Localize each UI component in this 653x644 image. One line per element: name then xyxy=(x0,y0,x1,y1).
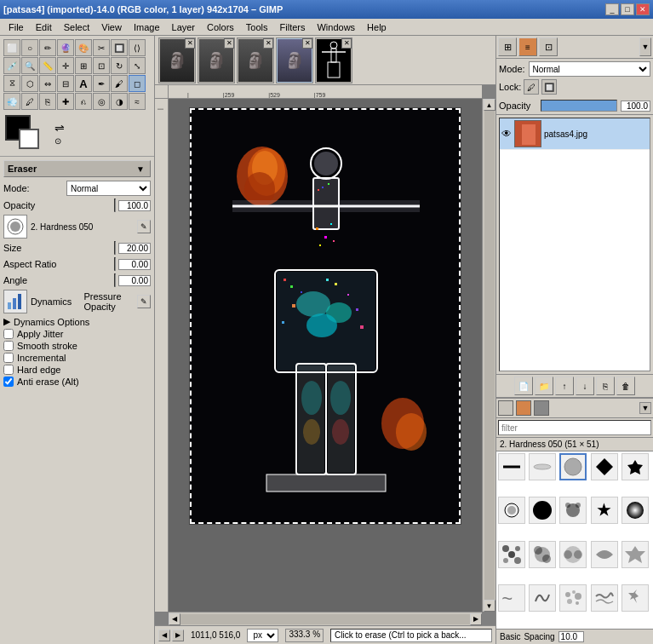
brush-cell-12[interactable] xyxy=(529,541,556,568)
scroll-down-button[interactable]: ▼ xyxy=(484,600,495,612)
layer-visibility-icon[interactable]: 👁 xyxy=(501,128,512,140)
smooth-stroke-checkbox[interactable] xyxy=(3,341,14,351)
move-layer-up-button[interactable]: ↑ xyxy=(555,377,574,395)
tool-move[interactable]: ✛ xyxy=(57,57,74,74)
apply-jitter-checkbox[interactable] xyxy=(3,329,14,339)
duplicate-layer-button[interactable]: ⎘ xyxy=(596,377,615,395)
tool-paths[interactable]: ⟨⟩ xyxy=(129,39,146,56)
opacity-slider[interactable] xyxy=(114,198,116,212)
anti-erase-checkbox[interactable] xyxy=(3,377,14,387)
tool-flip[interactable]: ⇔ xyxy=(39,75,56,92)
maximize-button[interactable]: □ xyxy=(621,3,634,15)
opacity-slider[interactable] xyxy=(541,100,617,112)
tool-pencil[interactable]: ✒ xyxy=(93,75,110,92)
tool-scale[interactable]: ⤡ xyxy=(129,57,146,74)
channels-icon[interactable]: ≡ xyxy=(518,37,537,56)
size-slider[interactable] xyxy=(114,241,116,255)
incremental-checkbox[interactable] xyxy=(3,353,14,363)
tool-crop[interactable]: ⊡ xyxy=(93,57,110,74)
thumb-item-4[interactable]: 🗿 ✕ xyxy=(276,37,313,83)
tool-ellipse-select[interactable]: ○ xyxy=(21,39,38,56)
delete-layer-button[interactable]: 🗑 xyxy=(616,377,635,395)
tool-shear[interactable]: ⧖ xyxy=(3,75,20,92)
menu-filters[interactable]: Filters xyxy=(275,21,311,33)
lock-position-icon[interactable]: 🔲 xyxy=(541,79,557,95)
tool-options-collapse[interactable]: ▼ xyxy=(135,163,146,175)
tool-airbrush[interactable]: 💨 xyxy=(3,93,20,110)
menu-help[interactable]: Help xyxy=(362,21,392,33)
mode-select[interactable]: Normal xyxy=(529,61,650,77)
new-layer-from-visible-button[interactable]: 📄 xyxy=(514,377,533,395)
brush-filter-input[interactable] xyxy=(498,420,651,435)
nav-prev-button[interactable]: ◀ xyxy=(158,630,170,641)
tool-rect-select[interactable]: ⬜ xyxy=(3,39,20,56)
brush-swatch-1[interactable] xyxy=(498,400,513,416)
tool-dodge-burn[interactable]: ◑ xyxy=(111,93,128,110)
thumb-close-2[interactable]: ✕ xyxy=(224,38,234,49)
brush-cell-1[interactable] xyxy=(498,453,525,480)
tool-heal[interactable]: ✚ xyxy=(57,93,74,110)
tool-clone[interactable]: ⎘ xyxy=(39,93,56,110)
thumb-item-2[interactable]: 🗿 ✕ xyxy=(198,37,235,83)
minimize-button[interactable]: _ xyxy=(605,3,619,15)
tool-rotate[interactable]: ↻ xyxy=(111,57,128,74)
menu-tools[interactable]: Tools xyxy=(241,21,273,33)
brush-cell-4[interactable] xyxy=(591,453,618,480)
tool-ink[interactable]: 🖊 xyxy=(21,93,38,110)
brush-cell-10[interactable] xyxy=(621,497,649,524)
thumb-close-4[interactable]: ✕ xyxy=(302,38,312,49)
thumb-item-3[interactable]: 🗿 ✕ xyxy=(237,37,274,83)
brush-cell-17[interactable] xyxy=(529,584,556,612)
brush-cell-5[interactable] xyxy=(621,453,649,480)
menu-view[interactable]: View xyxy=(96,21,127,33)
brush-cell-3[interactable] xyxy=(559,453,587,480)
tool-perspective-clone[interactable]: ⎌ xyxy=(75,93,92,110)
thumb-close-3[interactable]: ✕ xyxy=(263,38,273,49)
brush-cell-11[interactable] xyxy=(498,541,525,568)
menu-image[interactable]: Image xyxy=(129,21,165,33)
brush-cell-20[interactable] xyxy=(621,584,649,612)
dynamics-options-expand[interactable]: ▶ xyxy=(3,316,10,327)
brush-cell-13[interactable] xyxy=(559,541,587,568)
brush-cell-15[interactable] xyxy=(621,541,649,568)
tool-paintbrush[interactable]: 🖌 xyxy=(111,75,128,92)
tool-measure[interactable]: 📏 xyxy=(39,57,56,74)
thumb-close-1[interactable]: ✕ xyxy=(185,38,195,49)
menu-colors[interactable]: Colors xyxy=(202,21,239,33)
menu-windows[interactable]: Windows xyxy=(312,21,360,33)
brush-cell-14[interactable] xyxy=(591,541,618,568)
brush-cell-2[interactable] xyxy=(529,453,556,480)
layers-icon[interactable]: ⊞ xyxy=(498,37,517,56)
vertical-scrollbar[interactable]: ▲ ▼ xyxy=(482,99,495,612)
tool-cage[interactable]: ⊟ xyxy=(57,75,74,92)
brush-edit-button[interactable]: ✎ xyxy=(137,220,151,233)
tool-foreground-select[interactable]: 🔲 xyxy=(111,39,128,56)
scroll-up-button[interactable]: ▲ xyxy=(484,99,495,111)
tool-blur[interactable]: ◎ xyxy=(93,93,110,110)
tool-free-select[interactable]: ✏ xyxy=(39,39,56,56)
tool-align[interactable]: ⊞ xyxy=(75,57,92,74)
menu-select[interactable]: Select xyxy=(59,21,95,33)
brush-cell-7[interactable] xyxy=(529,497,556,524)
thumb-item-5[interactable]: ✕ xyxy=(315,37,352,83)
layer-item-0[interactable]: 👁 patsas4.jpg xyxy=(500,118,650,150)
menu-layer[interactable]: Layer xyxy=(167,21,201,33)
brush-cell-6[interactable] xyxy=(498,497,525,524)
thumb-item-1[interactable]: 🗿 ✕ xyxy=(158,37,196,83)
horizontal-scrollbar[interactable]: ◀ ▶ xyxy=(169,612,482,625)
tool-text[interactable]: A xyxy=(75,75,92,92)
brush-cell-19[interactable] xyxy=(591,584,618,612)
menu-file[interactable]: File xyxy=(3,21,29,33)
brushes-expand-button[interactable]: ▼ xyxy=(639,402,651,414)
tool-scissors[interactable]: ✂ xyxy=(93,39,110,56)
tool-perspective[interactable]: ⬡ xyxy=(21,75,38,92)
tool-smudge[interactable]: ≈ xyxy=(129,93,146,110)
hard-edge-checkbox[interactable] xyxy=(3,365,14,375)
brush-cell-9[interactable]: ★ xyxy=(591,497,618,524)
nav-next-button[interactable]: ▶ xyxy=(172,630,184,641)
canvas-viewport[interactable] xyxy=(169,99,482,612)
dynamics-edit-button[interactable]: ✎ xyxy=(137,295,151,308)
lock-pixels-icon[interactable]: 🖊 xyxy=(524,79,539,95)
status-unit-select[interactable]: px xyxy=(247,629,278,642)
move-layer-down-button[interactable]: ↓ xyxy=(576,377,594,395)
